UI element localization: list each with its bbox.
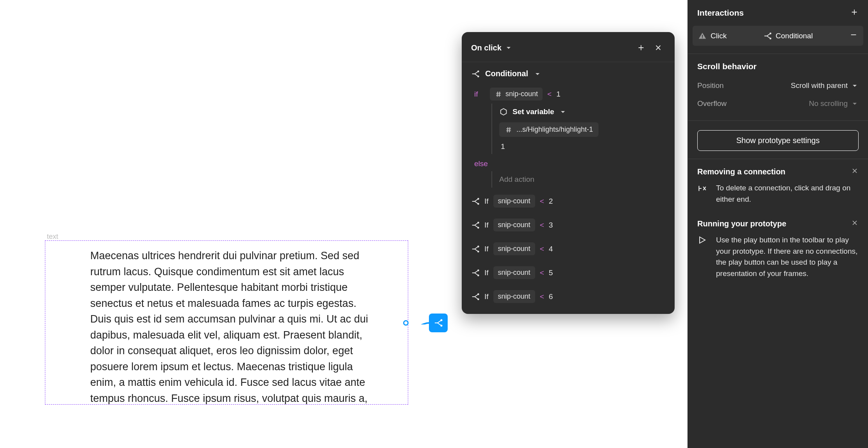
variable-chip[interactable]: snip-count: [490, 88, 543, 100]
show-prototype-settings-button[interactable]: Show prototype settings: [697, 130, 859, 151]
if-body: Set variable ...s/Highlights/highlight-1…: [491, 104, 665, 154]
branch-icon: [471, 221, 480, 229]
chevron-down-icon: [851, 82, 859, 90]
svg-point-12: [478, 294, 479, 295]
text-frame[interactable]: Maecenas ultrices hendrerit dui pulvinar…: [45, 240, 408, 405]
comparison-value: 2: [549, 197, 553, 206]
close-panel-button[interactable]: [651, 41, 665, 55]
if-branch: if snip-count < 1 Set variable ...s/High…: [462, 83, 675, 189]
hexagon-icon: [499, 108, 508, 116]
svg-point-3: [478, 76, 479, 77]
trigger-segment: Click: [698, 32, 727, 40]
hash-icon: [495, 90, 502, 98]
variable-name: snip-count: [505, 90, 538, 98]
svg-point-10: [478, 270, 479, 271]
disconnect-icon: [697, 183, 709, 205]
remove-interaction-button[interactable]: [849, 30, 858, 41]
variable-chip[interactable]: snip-count: [493, 242, 535, 255]
help-title: Running your prototype: [697, 219, 786, 228]
overflow-value[interactable]: No scrolling: [809, 99, 859, 108]
text-body: Maecenas ultrices hendrerit dui pulvinar…: [90, 248, 369, 406]
if-keyword: if: [474, 90, 485, 99]
branch-icon: [434, 318, 443, 328]
chevron-down-icon: [559, 108, 567, 116]
branch-icon: [471, 197, 480, 206]
close-icon: [851, 219, 859, 227]
variable-chip[interactable]: snip-count: [493, 219, 535, 231]
help-running-prototype: Running your prototype Use the play butt…: [688, 219, 868, 293]
collapsed-conditional-row[interactable]: If snip-count < 3: [462, 213, 675, 237]
target-variable-name: ...s/Highlights/highlight-1: [516, 125, 593, 134]
variable-name: snip-count: [498, 245, 530, 253]
connector-line: [408, 321, 429, 324]
if-label: If: [484, 292, 489, 301]
onclick-title[interactable]: On click: [471, 43, 513, 52]
operator: <: [540, 292, 544, 301]
collapsed-conditional-row[interactable]: If snip-count < 6: [462, 285, 675, 308]
onclick-panel: On click Conditional if snip-count < 1: [462, 32, 675, 314]
settings-section: Show prototype settings: [688, 121, 868, 159]
onclick-title-text: On click: [471, 43, 502, 52]
svg-point-4: [478, 198, 479, 199]
plus-icon: [850, 8, 859, 16]
target-variable-chip[interactable]: ...s/Highlights/highlight-1: [499, 122, 598, 137]
collapsed-conditional-row[interactable]: If snip-count < 4: [462, 237, 675, 261]
trigger-label: Click: [711, 32, 727, 40]
overflow-row: Overflow No scrolling: [697, 95, 859, 113]
close-icon: [654, 43, 663, 52]
svg-rect-15: [702, 37, 703, 38]
interaction-row[interactable]: Click Conditional: [693, 26, 863, 46]
add-interaction-button[interactable]: [850, 8, 859, 18]
action-segment: Conditional: [763, 32, 813, 40]
position-value[interactable]: Scroll with parent: [791, 81, 859, 90]
right-sidebar: Interactions Click Conditional Scroll be…: [688, 0, 868, 448]
position-row: Position Scroll with parent: [697, 77, 859, 95]
else-body: Add action: [491, 171, 665, 188]
svg-point-11: [478, 275, 479, 276]
warning-icon: [698, 32, 707, 40]
svg-point-2: [478, 71, 479, 72]
chevron-down-icon: [851, 100, 859, 108]
svg-rect-14: [702, 35, 703, 37]
variable-chip[interactable]: snip-count: [493, 266, 535, 279]
else-row[interactable]: else: [474, 154, 665, 171]
comparison-value: 6: [549, 292, 553, 301]
chevron-down-icon: [534, 70, 541, 78]
if-label: If: [484, 221, 489, 229]
comparison-value: 1: [556, 90, 561, 99]
chevron-down-icon: [505, 44, 513, 52]
svg-point-5: [478, 203, 479, 204]
prototype-connector[interactable]: [403, 309, 448, 332]
minus-icon: [849, 30, 858, 39]
conditional-row[interactable]: Conditional: [462, 62, 675, 83]
variable-name: snip-count: [498, 221, 530, 229]
branch-icon: [471, 70, 480, 78]
comparison-value: 4: [549, 245, 553, 253]
if-condition-row[interactable]: if snip-count < 1: [474, 84, 665, 104]
collapsed-conditional-row[interactable]: If snip-count < 2: [462, 189, 675, 213]
collapsed-conditional-row[interactable]: If snip-count < 5: [462, 261, 675, 285]
scroll-section: Scroll behavior Position Scroll with par…: [688, 46, 868, 120]
branch-icon: [763, 32, 772, 40]
svg-point-6: [478, 222, 479, 223]
assigned-value[interactable]: 1: [499, 139, 665, 154]
if-label: If: [484, 269, 489, 277]
set-variable-label: Set variable: [513, 108, 554, 116]
dismiss-help-button[interactable]: [851, 167, 859, 176]
operator: <: [540, 269, 544, 277]
svg-point-1: [441, 325, 442, 326]
conditional-badge[interactable]: [429, 314, 448, 332]
add-action-placeholder[interactable]: Add action: [499, 171, 665, 188]
variable-chip[interactable]: snip-count: [493, 195, 535, 208]
hash-icon: [505, 126, 513, 134]
branch-icon: [471, 245, 480, 253]
if-label: If: [484, 197, 489, 206]
set-variable-row[interactable]: Set variable: [499, 104, 665, 120]
plus-icon: [637, 43, 645, 52]
operator: <: [540, 245, 544, 253]
operator: <: [540, 197, 544, 206]
dismiss-help-button[interactable]: [851, 219, 859, 228]
svg-point-9: [478, 251, 479, 252]
add-action-button[interactable]: [634, 41, 648, 55]
variable-chip[interactable]: snip-count: [493, 290, 535, 303]
